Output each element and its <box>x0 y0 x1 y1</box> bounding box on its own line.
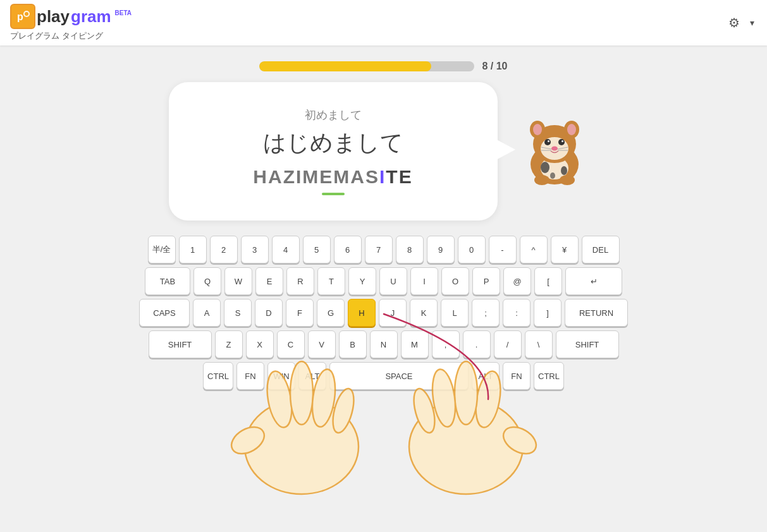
key-t[interactable]: T <box>317 267 345 295</box>
progress-area: 8 / 10 <box>0 45 767 82</box>
key-minus[interactable]: - <box>489 236 517 263</box>
progress-bar-container <box>259 61 474 71</box>
key-backslash[interactable]: \ <box>525 330 553 358</box>
key-q[interactable]: Q <box>193 267 221 295</box>
key-m[interactable]: M <box>401 330 429 358</box>
key-ctrl-right[interactable]: CTRL <box>534 362 564 390</box>
key-shift-right[interactable]: SHIFT <box>556 330 619 358</box>
key-5[interactable]: 5 <box>303 236 331 263</box>
beta-badge: BETA <box>115 9 132 16</box>
key-row-asdf: CAPS A S D F G H J K L ; : ] RETURN <box>139 299 628 327</box>
key-f[interactable]: F <box>286 299 314 327</box>
key-7[interactable]: 7 <box>365 236 393 263</box>
key-del[interactable]: DEL <box>582 236 620 263</box>
key-p[interactable]: P <box>472 267 500 295</box>
svg-point-26 <box>245 399 359 494</box>
logo-main: p play gram BETA <box>10 4 132 29</box>
key-a[interactable]: A <box>193 299 221 327</box>
key-hanzenkaku[interactable]: 半/全 <box>148 236 176 263</box>
header-right: ⚙ ▾ <box>726 13 757 33</box>
key-0[interactable]: 0 <box>458 236 486 263</box>
key-8[interactable]: 8 <box>396 236 424 263</box>
key-row-qwerty: TAB Q W E R T Y U I O P @ [ ↵ <box>139 267 628 295</box>
svg-point-15 <box>561 140 563 142</box>
content-area: 初めまして はじめまして HAZIMEMASITE <box>0 82 767 221</box>
keyboard-section: 半/全 1 2 3 4 5 6 7 8 9 0 - ^ ¥ DEL TAB Q … <box>0 236 767 390</box>
svg-point-9 <box>533 124 542 135</box>
key-colon[interactable]: : <box>503 299 531 327</box>
key-d[interactable]: D <box>255 299 283 327</box>
key-caps[interactable]: CAPS <box>139 299 190 327</box>
key-ctrl-left[interactable]: CTRL <box>203 362 233 390</box>
key-win[interactable]: WIN <box>267 362 295 390</box>
word-reading: 初めまして <box>219 107 447 123</box>
key-return[interactable]: RETURN <box>565 299 628 327</box>
key-1[interactable]: 1 <box>179 236 207 263</box>
key-n[interactable]: N <box>370 330 398 358</box>
underline-bar <box>322 193 345 195</box>
svg-point-16 <box>551 146 558 150</box>
svg-point-25 <box>550 172 555 179</box>
key-r[interactable]: R <box>286 267 314 295</box>
key-v[interactable]: V <box>308 330 336 358</box>
logo-subtitle: プレイグラム タイピング <box>10 30 103 42</box>
key-alt-right[interactable]: ALT <box>472 362 500 390</box>
word-romaji: HAZIMEMASITE <box>219 166 447 188</box>
logo-area: p play gram BETA プレイグラム タイピング <box>10 4 132 42</box>
key-b[interactable]: B <box>339 330 367 358</box>
progress-text: 8 / 10 <box>482 61 507 72</box>
dropdown-button[interactable]: ▾ <box>747 15 757 30</box>
key-caret[interactable]: ^ <box>520 236 548 263</box>
key-enter-small[interactable]: ↵ <box>565 267 622 295</box>
key-slash[interactable]: / <box>494 330 522 358</box>
svg-point-12 <box>544 139 551 145</box>
key-i[interactable]: I <box>410 267 438 295</box>
key-shift-left[interactable]: SHIFT <box>149 330 212 358</box>
key-comma[interactable]: , <box>432 330 460 358</box>
key-fn-left[interactable]: FN <box>236 362 264 390</box>
key-row-bottom: CTRL FN WIN ALT SPACE ALT FN CTRL <box>139 362 628 390</box>
key-e[interactable]: E <box>255 267 283 295</box>
key-6[interactable]: 6 <box>334 236 362 263</box>
key-fn-right[interactable]: FN <box>503 362 531 390</box>
key-4[interactable]: 4 <box>272 236 300 263</box>
key-j[interactable]: J <box>379 299 407 327</box>
key-period[interactable]: . <box>463 330 491 358</box>
key-at[interactable]: @ <box>503 267 531 295</box>
hamster <box>513 107 596 190</box>
svg-point-31 <box>329 387 358 435</box>
key-3[interactable]: 3 <box>241 236 269 263</box>
svg-point-37 <box>410 387 439 435</box>
key-z[interactable]: Z <box>215 330 243 358</box>
svg-text:p: p <box>17 11 23 22</box>
key-bracket-open[interactable]: [ <box>534 267 562 295</box>
key-x[interactable]: X <box>246 330 274 358</box>
key-2[interactable]: 2 <box>210 236 238 263</box>
logo-text-play: play <box>37 7 70 27</box>
logo-icon: p <box>10 4 35 29</box>
key-space[interactable]: SPACE <box>329 362 469 390</box>
key-l[interactable]: L <box>441 299 469 327</box>
svg-point-33 <box>498 421 540 459</box>
key-k[interactable]: K <box>410 299 438 327</box>
key-w[interactable]: W <box>224 267 252 295</box>
key-g[interactable]: G <box>317 299 345 327</box>
key-s[interactable]: S <box>224 299 252 327</box>
key-alt-left[interactable]: ALT <box>298 362 326 390</box>
settings-button[interactable]: ⚙ <box>726 13 742 33</box>
key-row-zxcv: SHIFT Z X C V B N M , . / \ SHIFT <box>139 330 628 358</box>
key-semicolon[interactable]: ; <box>472 299 500 327</box>
key-tab[interactable]: TAB <box>145 267 190 295</box>
svg-point-21 <box>534 175 549 185</box>
key-y[interactable]: Y <box>348 267 376 295</box>
key-yen[interactable]: ¥ <box>551 236 579 263</box>
key-bracket-close[interactable]: ] <box>534 299 561 327</box>
key-h[interactable]: H <box>348 299 376 327</box>
mascot-area <box>510 107 599 196</box>
key-9[interactable]: 9 <box>427 236 455 263</box>
key-c[interactable]: C <box>277 330 305 358</box>
key-o[interactable]: O <box>441 267 469 295</box>
key-u[interactable]: U <box>379 267 407 295</box>
svg-point-24 <box>561 166 567 175</box>
romaji-remaining: TE <box>386 166 412 187</box>
